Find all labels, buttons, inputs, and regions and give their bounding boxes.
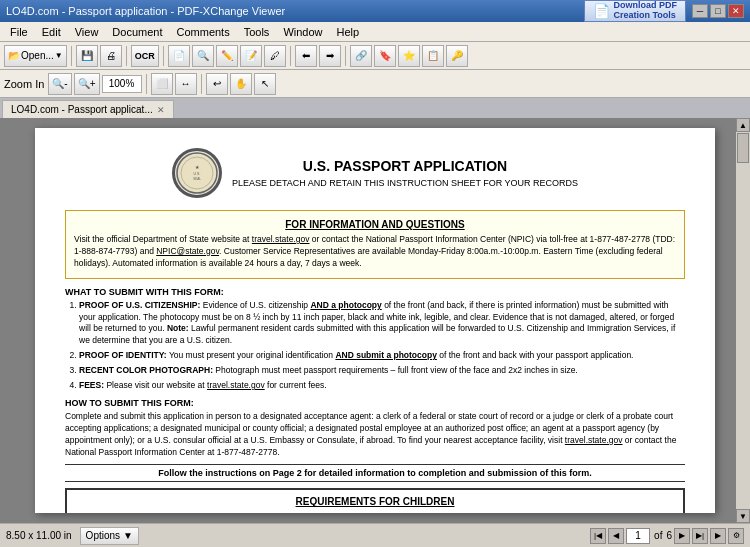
total-pages: 6	[666, 530, 672, 541]
submit-item-1: PROOF OF U.S. CITIZENSHIP: Evidence of U…	[79, 300, 685, 348]
select-button[interactable]: ↖	[254, 73, 276, 95]
title-controls: ─ □ ✕	[692, 4, 744, 18]
ocr-button[interactable]: OCR	[131, 45, 159, 67]
page-separator: of	[654, 530, 662, 541]
tool6[interactable]: ⬅	[295, 45, 317, 67]
status-left: 8.50 x 11.00 in Options ▼	[6, 527, 139, 545]
menu-comments[interactable]: Comments	[171, 24, 236, 40]
prev-page-button[interactable]: ◀	[608, 528, 624, 544]
doc-subtitle: PLEASE DETACH AND RETAIN THIS INSTRUCTIO…	[232, 178, 578, 188]
menu-edit[interactable]: Edit	[36, 24, 67, 40]
submit-item-2: PROOF OF IDENTITY: You must present your…	[79, 350, 685, 362]
doc-title: U.S. PASSPORT APPLICATION	[232, 158, 578, 174]
toolbar2: Zoom In 🔍- 🔍+ ⬜ ↔ ↩ ✋ ↖	[0, 70, 750, 98]
travel-state-link1[interactable]: travel.state.gov	[252, 234, 310, 244]
menu-file[interactable]: File	[4, 24, 34, 40]
tool10[interactable]: ⭐	[398, 45, 420, 67]
scroll-down-button[interactable]: ▼	[736, 509, 750, 523]
submit-item-3: RECENT COLOR PHOTOGRAPH: Photograph must…	[79, 365, 685, 377]
title-bar: LO4D.com - Passport application - PDF-XC…	[0, 0, 750, 22]
info-box-title: FOR INFORMATION AND QUESTIONS	[74, 219, 676, 230]
document-page: ★ U.S. SEAL U.S. PASSPORT APPLICATION PL…	[35, 128, 715, 513]
menu-window[interactable]: Window	[277, 24, 328, 40]
last-page-button[interactable]: ▶|	[692, 528, 708, 544]
page-navigation: |◀ ◀ of 6 ▶ ▶| ▶ ⚙	[590, 528, 744, 544]
us-seal: ★ U.S. SEAL	[172, 148, 222, 198]
rotate-button[interactable]: ↩	[206, 73, 228, 95]
minimize-button[interactable]: ─	[692, 4, 708, 18]
tool4[interactable]: 📝	[240, 45, 262, 67]
svg-text:SEAL: SEAL	[193, 177, 201, 181]
options-button[interactable]: Options ▼	[80, 527, 139, 545]
scroll-up-button[interactable]: ▲	[736, 118, 750, 132]
save-button[interactable]: 💾	[76, 45, 98, 67]
tool8[interactable]: 🔗	[350, 45, 372, 67]
tab-bar: LO4D.com - Passport applicat... ✕	[0, 98, 750, 118]
tool11[interactable]: 📋	[422, 45, 444, 67]
what-to-submit-section: WHAT TO SUBMIT WITH THIS FORM: PROOF OF …	[65, 287, 685, 392]
info-box: FOR INFORMATION AND QUESTIONS Visit the …	[65, 210, 685, 279]
separator3	[163, 46, 164, 66]
tool9[interactable]: 🔖	[374, 45, 396, 67]
tool2[interactable]: 🔍	[192, 45, 214, 67]
toolbar1: 📂Open... ▼ 💾 🖨 OCR 📄 🔍 ✏️ 📝 🖊 ⬅ ➡ 🔗 🔖 ⭐ …	[0, 42, 750, 70]
tool7[interactable]: ➡	[319, 45, 341, 67]
zoom-out-button[interactable]: 🔍-	[48, 73, 71, 95]
status-bar: 8.50 x 11.00 in Options ▼ |◀ ◀ of 6 ▶ ▶|…	[0, 523, 750, 547]
open-button[interactable]: 📂Open... ▼	[4, 45, 67, 67]
scroll-thumb[interactable]	[737, 133, 749, 163]
menu-document[interactable]: Document	[106, 24, 168, 40]
separator7	[201, 74, 202, 94]
follow-instructions-text: Follow the instructions on Page 2 for de…	[65, 464, 685, 482]
submit-list: PROOF OF U.S. CITIZENSHIP: Evidence of U…	[65, 300, 685, 392]
download-label: Download PDFCreation Tools	[614, 1, 678, 21]
travel-state-link3[interactable]: travel.state.gov	[565, 435, 623, 445]
close-button[interactable]: ✕	[728, 4, 744, 18]
menu-bar: File Edit View Document Comments Tools W…	[0, 22, 750, 42]
fit-width-button[interactable]: ↔	[175, 73, 197, 95]
info-box-text: Visit the official Department of State w…	[74, 234, 676, 270]
tool5[interactable]: 🖊	[264, 45, 286, 67]
separator2	[126, 46, 127, 66]
restore-button[interactable]: □	[710, 4, 726, 18]
page-size: 8.50 x 11.00 in	[6, 530, 72, 541]
fit-page-button[interactable]: ⬜	[151, 73, 173, 95]
svg-text:U.S.: U.S.	[193, 172, 200, 176]
req-item: AS DIRECTED BY PUBLIC LAW 106-113 AND 22…	[91, 511, 330, 513]
document-tab[interactable]: LO4D.com - Passport applicat... ✕	[2, 100, 174, 118]
download-button[interactable]: 📄 Download PDFCreation Tools	[584, 0, 687, 22]
submit-item-4: FEES: Please visit our website at travel…	[79, 380, 685, 392]
tool3[interactable]: ✏️	[216, 45, 238, 67]
pan-button[interactable]: ✋	[230, 73, 252, 95]
how-to-submit-text: Complete and submit this application in …	[65, 411, 685, 459]
menu-view[interactable]: View	[69, 24, 105, 40]
scrollbar[interactable]: ▲ ▼	[736, 118, 750, 523]
how-to-submit-title: HOW TO SUBMIT THIS FORM:	[65, 398, 685, 408]
tool1[interactable]: 📄	[168, 45, 190, 67]
menu-help[interactable]: Help	[331, 24, 366, 40]
zoom-in-button[interactable]: 🔍+	[74, 73, 100, 95]
options-chevron: ▼	[123, 530, 133, 541]
requirements-box: REQUIREMENTS FOR CHILDREN ● AS DIRECTED …	[65, 488, 685, 513]
print-button[interactable]: 🖨	[100, 45, 122, 67]
play-button[interactable]: ▶	[710, 528, 726, 544]
doc-header: ★ U.S. SEAL U.S. PASSPORT APPLICATION PL…	[65, 148, 685, 202]
zoom-input[interactable]	[102, 75, 142, 93]
page-number-input[interactable]	[626, 528, 650, 544]
menu-tools[interactable]: Tools	[238, 24, 276, 40]
what-to-submit-title: WHAT TO SUBMIT WITH THIS FORM:	[65, 287, 685, 297]
scroll-track	[736, 132, 750, 509]
next-page-button[interactable]: ▶	[674, 528, 690, 544]
first-page-button[interactable]: |◀	[590, 528, 606, 544]
separator5	[345, 46, 346, 66]
separator6	[146, 74, 147, 94]
tool12[interactable]: 🔑	[446, 45, 468, 67]
options-label: Options	[86, 530, 120, 541]
settings-button[interactable]: ⚙	[728, 528, 744, 544]
title-text: LO4D.com - Passport application - PDF-XC…	[6, 5, 285, 17]
npic-email-link[interactable]: NPIC@state.gov	[156, 246, 219, 256]
tab-close-button[interactable]: ✕	[157, 105, 165, 115]
travel-state-link2[interactable]: travel.state.gov	[207, 380, 265, 390]
how-to-submit-section: HOW TO SUBMIT THIS FORM: Complete and su…	[65, 398, 685, 459]
req-title: REQUIREMENTS FOR CHILDREN	[73, 496, 677, 507]
